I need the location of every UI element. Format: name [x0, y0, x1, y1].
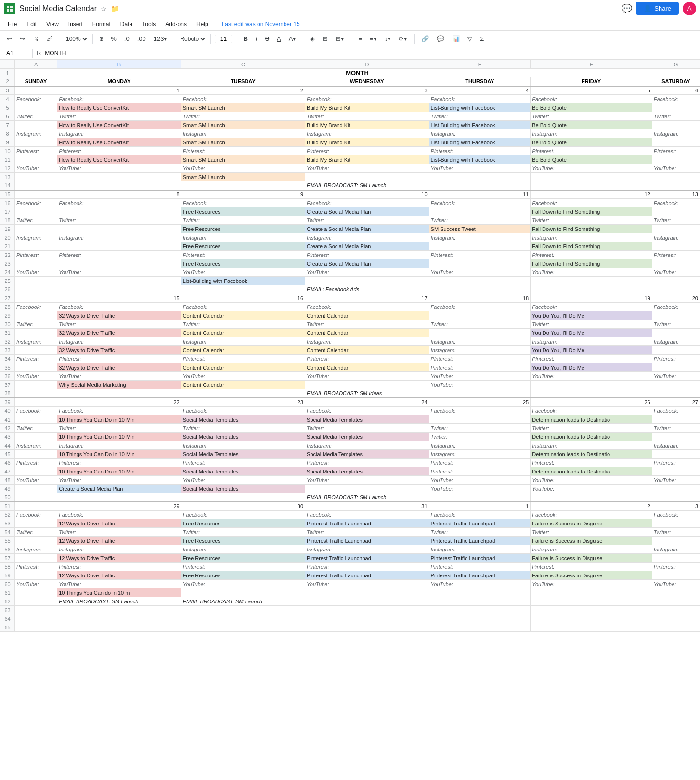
- table-cell[interactable]: [652, 363, 700, 372]
- table-cell[interactable]: Be Bold Quote: [531, 155, 652, 164]
- table-cell[interactable]: Free Resources: [181, 207, 305, 216]
- table-cell[interactable]: Pinterest:: [15, 147, 57, 155]
- font-size-input[interactable]: [215, 35, 232, 43]
- table-cell[interactable]: Twitter:: [531, 424, 652, 433]
- table-cell[interactable]: Pinterest:: [531, 459, 652, 467]
- table-cell[interactable]: [429, 415, 531, 424]
- table-cell[interactable]: Facebook:: [652, 199, 700, 207]
- italic-button[interactable]: I: [253, 34, 260, 44]
- table-cell[interactable]: Build My Brand Kit: [305, 103, 429, 112]
- date-number-cell[interactable]: 30: [181, 502, 305, 511]
- table-cell[interactable]: Instagram:: [531, 441, 652, 450]
- table-cell[interactable]: Twitter:: [531, 112, 652, 121]
- table-cell[interactable]: Pinterest:: [531, 563, 652, 571]
- table-cell[interactable]: How to Really Use ConvertKit: [57, 103, 181, 112]
- table-cell[interactable]: List-Building with Facebook: [181, 277, 305, 285]
- table-cell[interactable]: YouTube:: [429, 485, 531, 493]
- date-number-cell[interactable]: 31: [305, 502, 429, 511]
- table-cell[interactable]: Pinterest:: [57, 355, 181, 363]
- table-cell[interactable]: [531, 597, 652, 606]
- table-cell[interactable]: Instagram:: [181, 129, 305, 138]
- date-number-cell[interactable]: 11: [429, 190, 531, 199]
- decimal-decrease-button[interactable]: .0: [121, 34, 132, 44]
- table-cell[interactable]: 10 Things You Can Do in 10 Min: [57, 450, 181, 459]
- table-cell[interactable]: [652, 311, 700, 320]
- table-cell[interactable]: How to Really Use ConvertKit: [57, 155, 181, 164]
- table-cell[interactable]: [181, 285, 305, 294]
- table-cell[interactable]: Facebook:: [531, 511, 652, 519]
- table-cell[interactable]: Twitter:: [429, 112, 531, 121]
- table-cell[interactable]: Facebook:: [305, 303, 429, 311]
- table-cell[interactable]: [15, 467, 57, 476]
- table-cell[interactable]: YouTube:: [57, 476, 181, 485]
- day-label-sunday[interactable]: SUNDAY: [15, 77, 57, 86]
- table-cell[interactable]: Pinterest:: [305, 251, 429, 259]
- table-cell[interactable]: How to Really Use ConvertKit: [57, 138, 181, 147]
- table-cell[interactable]: [652, 493, 700, 502]
- table-cell[interactable]: Instagram:: [15, 545, 57, 554]
- table-cell[interactable]: [429, 285, 531, 294]
- table-cell[interactable]: [429, 242, 531, 251]
- menu-insert[interactable]: Insert: [65, 20, 87, 28]
- table-cell[interactable]: Determination leads to Destinatio: [531, 450, 652, 459]
- table-cell[interactable]: Facebook:: [181, 199, 305, 207]
- table-cell[interactable]: YouTube:: [181, 164, 305, 173]
- table-cell[interactable]: Pinterest:: [15, 563, 57, 571]
- table-cell[interactable]: Pinterest Traffic Launchpad: [429, 537, 531, 545]
- menu-view[interactable]: View: [42, 20, 63, 28]
- col-header-a[interactable]: A: [15, 60, 57, 69]
- currency-button[interactable]: $: [97, 34, 106, 44]
- table-cell[interactable]: Content Calendar: [181, 381, 305, 389]
- table-cell[interactable]: Pinterest:: [652, 147, 700, 155]
- table-cell[interactable]: Pinterest:: [305, 147, 429, 155]
- table-cell[interactable]: Instagram:: [57, 545, 181, 554]
- table-cell[interactable]: Content Calendar: [181, 346, 305, 355]
- table-cell[interactable]: [305, 597, 429, 606]
- table-cell[interactable]: [531, 606, 652, 614]
- date-number-cell[interactable]: 2: [531, 502, 652, 511]
- table-cell[interactable]: Twitter:: [57, 320, 181, 329]
- table-cell[interactable]: Pinterest:: [57, 251, 181, 259]
- date-number-cell[interactable]: 15: [57, 294, 181, 303]
- table-cell[interactable]: [305, 485, 429, 493]
- date-number-cell[interactable]: 2: [181, 86, 305, 95]
- table-cell[interactable]: [652, 381, 700, 389]
- date-number-cell[interactable]: 20: [652, 294, 700, 303]
- table-cell[interactable]: Facebook:: [429, 303, 531, 311]
- table-cell[interactable]: Instagram:: [429, 450, 531, 459]
- table-cell[interactable]: Twitter:: [652, 528, 700, 537]
- table-cell[interactable]: [57, 242, 181, 251]
- table-cell[interactable]: YouTube:: [57, 164, 181, 173]
- table-cell[interactable]: 12 Ways to Drive Traffic: [57, 571, 181, 580]
- table-cell[interactable]: Twitter:: [181, 528, 305, 537]
- date-number-cell[interactable]: 24: [305, 398, 429, 407]
- table-cell[interactable]: Pinterest:: [652, 563, 700, 571]
- align-left-button[interactable]: ≡: [355, 34, 365, 44]
- paint-format-button[interactable]: 🖊: [44, 34, 56, 44]
- table-cell[interactable]: List-Building with Facebook: [429, 103, 531, 112]
- table-cell[interactable]: Instagram:: [652, 337, 700, 346]
- table-cell[interactable]: Twitter:: [15, 216, 57, 225]
- table-cell[interactable]: 32 Ways to Drive Traffic: [57, 346, 181, 355]
- table-cell[interactable]: Free Resources: [181, 259, 305, 268]
- table-cell[interactable]: Twitter:: [181, 216, 305, 225]
- table-cell[interactable]: [57, 277, 181, 285]
- table-cell[interactable]: Free Resources: [181, 537, 305, 545]
- table-cell[interactable]: Pinterest Traffic Launchpad: [305, 537, 429, 545]
- fill-color-button[interactable]: ◈: [307, 34, 318, 44]
- table-cell[interactable]: Twitter:: [652, 424, 700, 433]
- table-cell[interactable]: Social Media Templates: [181, 467, 305, 476]
- table-cell[interactable]: Twitter:: [15, 528, 57, 537]
- table-cell[interactable]: Determination leads to Destinatio: [531, 433, 652, 441]
- table-cell[interactable]: [531, 588, 652, 597]
- table-cell[interactable]: [57, 285, 181, 294]
- table-cell[interactable]: Pinterest Traffic Launchpad: [305, 554, 429, 563]
- table-cell[interactable]: YouTube:: [531, 268, 652, 277]
- table-cell[interactable]: Pinterest:: [652, 355, 700, 363]
- table-cell[interactable]: Build My Brand Kit: [305, 138, 429, 147]
- table-cell[interactable]: Instagram:: [652, 129, 700, 138]
- date-cell[interactable]: [15, 190, 57, 199]
- table-cell[interactable]: [15, 493, 57, 502]
- star-icon[interactable]: ☆: [101, 5, 107, 13]
- redo-button[interactable]: ↪: [17, 34, 28, 44]
